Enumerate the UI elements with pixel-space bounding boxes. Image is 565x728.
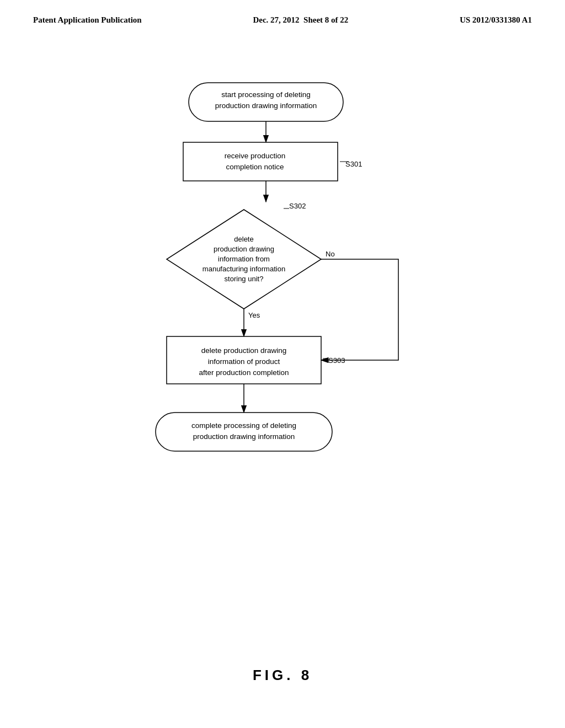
s302-q4: manufacturing information: [202, 265, 285, 273]
start-node-line2: production drawing information: [215, 101, 317, 110]
s301-node-line2: completion notice: [226, 163, 284, 171]
no-label: No: [326, 250, 335, 258]
header-publication: Patent Application Publication: [33, 15, 142, 25]
s303-line3: after production completion: [199, 368, 289, 377]
header-date-sheet: Dec. 27, 2012 Sheet 8 of 22: [253, 15, 348, 25]
end-node-line2: production drawing information: [193, 432, 295, 441]
flowchart-svg: start processing of deleting production …: [111, 77, 454, 485]
s302-q5: storing unit?: [225, 275, 264, 283]
s302-q1: delete: [234, 235, 253, 243]
s303-line2: information of product: [208, 357, 280, 366]
figure-label: FIG. 8: [253, 667, 312, 684]
diagram-area: start processing of deleting production …: [0, 66, 565, 618]
header-date: Dec. 27, 2012: [253, 15, 303, 24]
s303-line1: delete production drawing: [201, 346, 287, 355]
s301-node-line1: receive production: [225, 152, 285, 160]
svg-rect-10: [156, 413, 332, 451]
header-sheet: Sheet 8 of 22: [303, 15, 348, 24]
svg-rect-2: [183, 142, 338, 181]
s302-q3: information from: [218, 255, 270, 263]
s302-label: S302: [289, 202, 306, 210]
s302-q2: production drawing: [214, 245, 274, 253]
yes-label: Yes: [248, 311, 260, 319]
s301-label: S301: [345, 160, 362, 168]
header-patent-number: US 2012/0331380 A1: [460, 15, 532, 25]
end-node-line1: complete processing of deleting: [191, 421, 296, 430]
start-node-line1: start processing of deleting: [221, 90, 310, 99]
page-header: Patent Application Publication Dec. 27, …: [0, 0, 565, 25]
